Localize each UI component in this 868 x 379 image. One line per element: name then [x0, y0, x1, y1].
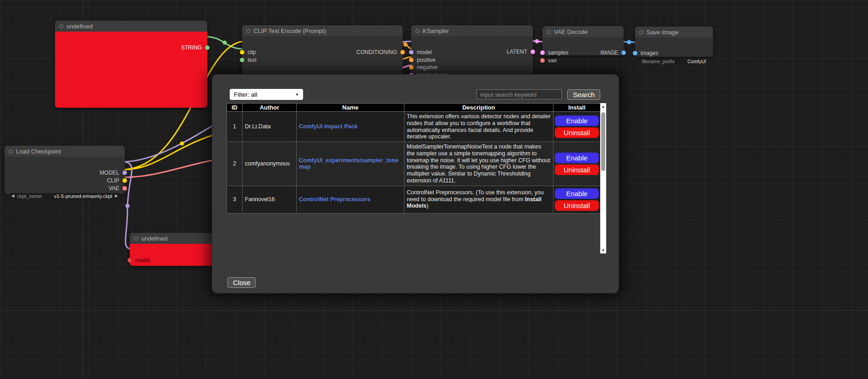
node-title-bar[interactable]: KSampler [411, 25, 533, 36]
search-button[interactable]: Search [567, 89, 600, 100]
collapse-dot-icon[interactable] [415, 29, 420, 33]
string-output-dot[interactable] [205, 45, 210, 50]
filter-select[interactable]: Filter: all ▼ [230, 89, 303, 100]
table-scrollbar[interactable]: ▲ ▼ [600, 103, 606, 253]
filename-prefix-value: ComfyUI [687, 59, 706, 64]
output-slot-clip: CLIP [5, 177, 125, 184]
node-save-image[interactable]: Save Image images filename_prefix ComfyU… [635, 27, 713, 57]
node-load-checkpoint[interactable]: Load Checkpoint MODEL CLIP VAE ◀ ckpt_na… [5, 146, 125, 194]
extension-id: 2 [227, 142, 243, 186]
negative-input-dot[interactable] [409, 65, 414, 70]
latent-output-dot[interactable] [531, 49, 535, 54]
node-undefined-top[interactable]: undefined STRING [55, 21, 207, 108]
output-slot-conditioning: CONDITIONING [242, 49, 403, 55]
extension-name-link[interactable]: ComfyUI Impact Pack [299, 123, 358, 130]
extensions-table: ID Author Name Description Install 1 Dr.… [227, 103, 601, 214]
node-title-bar[interactable]: Save Image [635, 27, 713, 38]
images-input-dot[interactable] [633, 51, 637, 55]
vae-input-dot[interactable] [540, 58, 545, 63]
ckpt-name-widget[interactable]: ◀ ckpt_name v1-5-pruned-emaonly.ckpt ▶ [8, 193, 121, 199]
extension-name-link[interactable]: ComfyUI_experiments/sampler_tonemap [299, 157, 398, 170]
header-id: ID [227, 104, 243, 112]
node-title-bar[interactable]: Load Checkpoint [5, 146, 125, 157]
scroll-down-icon[interactable]: ▼ [600, 247, 606, 253]
arrow-right-icon[interactable]: ▶ [115, 193, 118, 199]
node-title-bar[interactable]: undefined [55, 21, 207, 32]
table-row: 1 Dr.Lt.Data ComfyUI Impact Pack This ex… [227, 112, 601, 142]
enable-button[interactable]: Enable [555, 153, 599, 163]
scrollbar-thumb[interactable] [601, 112, 605, 171]
close-button[interactable]: Close [227, 277, 256, 288]
uninstall-button[interactable]: Uninstall [555, 165, 599, 175]
link-clip-to-hidden[interactable] [122, 133, 220, 170]
input-slot-negative: negative [411, 64, 533, 71]
link-string-to-text[interactable] [205, 37, 244, 49]
link-midpoint-dot[interactable] [627, 40, 631, 44]
slot-label: STRING [181, 44, 202, 51]
collapse-dot-icon[interactable] [639, 30, 643, 34]
node-title-bar[interactable]: CLIP Text Encode (Prompt) [242, 25, 403, 36]
image-output-dot[interactable] [621, 50, 626, 55]
enable-button[interactable]: Enable [555, 115, 599, 126]
table-row: 3 Fannovel16 ControlNet Preprocessors Co… [227, 186, 601, 213]
header-author: Author [243, 104, 297, 112]
node-undefined-bottom[interactable]: undefined model [130, 233, 221, 266]
node-vae-decode[interactable]: VAE Decode samples vae IMAGE [542, 26, 624, 55]
enable-button[interactable]: Enable [555, 188, 599, 199]
node-title: Load Checkpoint [16, 148, 61, 155]
table-header-row: ID Author Name Description Install [227, 104, 601, 112]
scroll-up-icon[interactable]: ▲ [600, 103, 606, 110]
ckpt-name-value: v1-5-pruned-emaonly.ckpt [54, 193, 112, 199]
extension-id: 1 [227, 112, 243, 142]
clip-output-dot[interactable] [122, 178, 127, 183]
link-midpoint-dot[interactable] [535, 39, 539, 44]
grid-axis-horizontal [0, 310, 868, 311]
extension-name-link[interactable]: ControlNet Preprocessors [299, 196, 370, 203]
extension-author: comfyanonymous [243, 142, 297, 186]
positive-input-dot[interactable] [409, 58, 414, 62]
text-input-dot[interactable] [240, 58, 244, 62]
collapse-dot-icon[interactable] [9, 149, 13, 154]
extension-author: Dr.Lt.Data [243, 112, 297, 142]
conditioning-output-dot[interactable] [400, 50, 405, 55]
link-midpoint-dot[interactable] [180, 142, 184, 146]
extension-description: ModelSamplerTonemapNoiseTest a node that… [404, 142, 553, 186]
vae-output-dot[interactable] [122, 186, 127, 191]
collapse-dot-icon[interactable] [59, 24, 63, 28]
table-row: 2 comfyanonymous ComfyUI_experiments/sam… [227, 142, 601, 186]
link-midpoint-dot[interactable] [404, 43, 408, 47]
collapse-dot-icon[interactable] [134, 236, 138, 241]
input-slot-vae: vae [542, 57, 624, 64]
custom-nodes-manager-dialog: Filter: all ▼ Search ID Author Name Desc… [212, 74, 619, 293]
input-slot-model: model [130, 257, 221, 264]
filter-select-value: Filter: all [234, 91, 257, 98]
extension-id: 3 [227, 186, 243, 213]
input-slot-positive: positive [411, 57, 533, 63]
extension-author: Fannovel16 [243, 186, 297, 213]
arrow-left-icon[interactable]: ◀ [11, 193, 14, 199]
model-output-dot[interactable] [122, 170, 127, 175]
uninstall-button[interactable]: Uninstall [555, 127, 599, 138]
link-midpoint-dot[interactable] [126, 204, 130, 208]
output-slot-model: MODEL [5, 170, 125, 176]
uninstall-button[interactable]: Uninstall [555, 200, 599, 211]
extension-description: ControlNet Preprocessors. (To use this e… [404, 186, 553, 213]
filename-prefix-widget[interactable]: filename_prefix ComfyUI [639, 58, 709, 65]
input-slot-images: images [635, 50, 713, 56]
header-install: Install [553, 104, 601, 112]
collapse-dot-icon[interactable] [547, 30, 551, 34]
node-title-bar[interactable]: undefined [130, 233, 221, 244]
output-slot-string: STRING [55, 44, 207, 51]
model-input-dot[interactable] [127, 258, 132, 263]
collapse-dot-icon[interactable] [246, 29, 250, 33]
node-title: VAE Decode [554, 28, 587, 35]
node-title-bar[interactable]: VAE Decode [542, 26, 624, 37]
header-description: Description [404, 104, 553, 112]
caret-down-icon: ▼ [295, 93, 299, 97]
link-midpoint-dot[interactable] [223, 41, 227, 45]
node-title: CLIP Text Encode (Prompt) [254, 27, 326, 34]
output-slot-latent: LATENT [411, 49, 533, 55]
node-title: undefined [66, 23, 93, 30]
node-graph-canvas[interactable]: undefined STRING CLIP Text Encode (Promp… [0, 0, 868, 379]
search-input[interactable] [476, 89, 562, 99]
